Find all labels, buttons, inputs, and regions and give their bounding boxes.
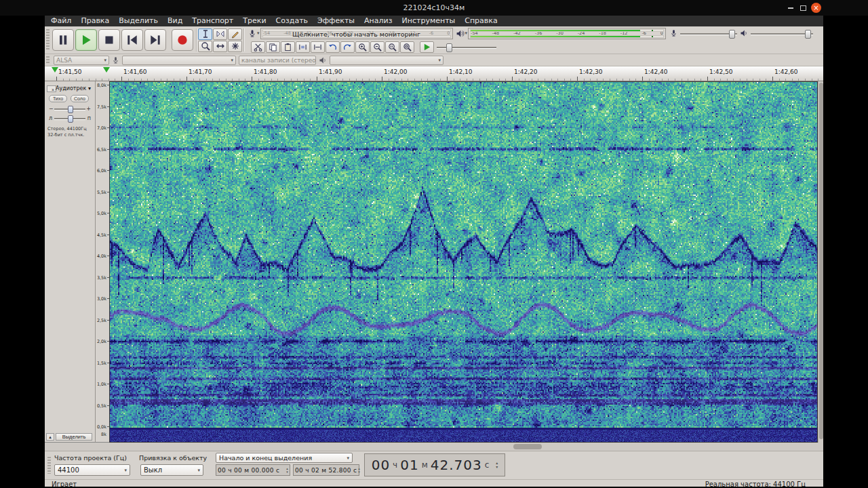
zoom-selection-button[interactable] [385,41,399,53]
skip-end-button[interactable] [144,29,166,51]
horizontal-scrollbar-thumb[interactable] [513,444,542,449]
paste-button[interactable] [281,41,295,53]
maximize-button[interactable] [798,3,808,13]
draw-tool-button[interactable] [228,28,242,40]
close-button[interactable]: × [811,3,821,13]
selection-toolbar-grip[interactable] [47,457,51,474]
draw-tool-icon [231,29,240,39]
speed-slider-thumb[interactable] [446,43,452,52]
playback-device-select[interactable]: ▾ [330,56,443,65]
silence-button[interactable] [311,41,325,53]
cut-button[interactable] [251,41,265,53]
timeline-minor-tick [616,79,617,81]
transport-toolbar-grip[interactable] [46,29,50,51]
pan-slider[interactable]: л п [47,115,92,122]
speed-slider[interactable] [437,43,496,52]
timeline-minor-tick [798,79,799,81]
pan-thumb[interactable] [68,115,73,123]
meter-dropdown-icon[interactable]: ▾ [257,30,260,36]
playback-meter[interactable]: -54-48-42-36-30-24-18-12-60 [468,28,666,39]
playhead-pin-icon[interactable] [103,67,110,73]
monitoring-hint[interactable]: Щёлкните, чтобы начать мониторинг [261,30,452,38]
multi-tool-button[interactable] [228,41,242,52]
meter-dropdown-icon2[interactable]: ▾ [465,30,468,36]
menu-item-Инструменты[interactable]: Инструменты [397,16,460,26]
gain-slider[interactable]: − + [47,105,92,113]
timeline-major-tick [577,77,578,81]
timeline-ruler[interactable]: 1:41,501:41,601:41,701:41,801:41,901:42,… [45,66,823,81]
mute-button[interactable]: Тихо [49,95,67,102]
frequency-ruler[interactable]: 8,0k7,5k7,0k6,5k6,0k5,5k5,0k4,5k4,0k3,5k… [96,81,109,443]
spinner-icon3[interactable]: ▴▾ [494,461,498,469]
play-at-speed-button[interactable] [420,41,434,53]
selection-end-field[interactable]: 00 ч 02 м 52.800 с ▴▾ [293,464,359,476]
zoom-fit-button[interactable] [400,41,414,53]
device-toolbar-grip[interactable] [46,56,50,64]
menu-item-Создать[interactable]: Создать [271,16,313,26]
menu-item-Транспорт[interactable]: Транспорт [187,16,238,26]
zoom-tool-button[interactable] [198,41,212,52]
project-rate-select[interactable]: 44100▾ [54,464,130,476]
timeline-minor-tick [421,79,422,81]
vertical-scrollbar[interactable] [818,81,823,443]
zoom-in-button[interactable] [355,41,370,53]
play-meter-fill-right [471,36,640,37]
trim-button[interactable] [296,41,310,53]
menu-item-Эффекты[interactable]: Эффекты [313,16,359,26]
timeline-label: 1:41,60 [123,68,147,75]
solo-button[interactable]: Соло [71,95,89,102]
vertical-scrollbar-thumb[interactable] [819,83,823,439]
pause-button[interactable] [52,29,74,51]
timeline-minor-tick [408,79,408,81]
spinner-icon[interactable]: ▴▾ [285,467,288,474]
minimize-button[interactable] [785,3,795,13]
slider-thumb[interactable] [729,30,735,39]
menu-item-Правка[interactable]: Правка [76,16,114,26]
timeline-minor-tick [740,79,741,81]
menu-item-Выделить[interactable]: Выделить [114,16,163,26]
timeshift-tool-button[interactable] [213,41,227,52]
play-button[interactable] [75,29,97,51]
timeline-minor-tick [584,79,585,81]
menu-item-Треки[interactable]: Треки [238,16,271,26]
horizontal-scrollbar[interactable] [45,443,823,451]
timeline-minor-tick [102,79,102,81]
audio-host-select[interactable]: ALSA▾ [54,56,109,65]
record-button[interactable] [172,29,193,51]
spectrogram-canvas[interactable] [110,82,817,442]
menu-item-Анализ[interactable]: Анализ [359,16,397,26]
freq-label: 1,0k [97,382,106,387]
menu-item-Справка[interactable]: Справка [460,16,502,26]
copy-button[interactable] [266,41,280,53]
timeline-minor-tick [812,79,812,81]
audio-position-display[interactable]: 00ч 01м 42.703с ▴▾ [364,453,505,476]
stop-button[interactable] [98,29,120,51]
redo-button[interactable] [340,41,355,53]
timeline-major-tick [186,77,187,81]
select-track-button[interactable]: Выделить [56,433,92,441]
spinner-icon2[interactable]: ▴▾ [357,467,360,474]
selection-mode-select[interactable]: Начало и конец выделения▾ [216,453,353,463]
recording-device-select[interactable]: ▾ [122,56,236,65]
collapse-track-button[interactable]: ▴ [46,433,54,441]
zoom-out-button[interactable] [370,41,384,53]
quickplay-pin-icon[interactable] [52,67,58,73]
menu-item-Файл[interactable]: Файл [46,16,76,26]
selection-start-field[interactable]: 00 ч 00 м 00.000 с ▴▾ [216,464,290,476]
slider-thumb2[interactable] [805,30,811,39]
selection-tool-button[interactable] [198,28,212,40]
undo-button[interactable] [326,41,340,53]
record-icon [176,33,189,47]
skip-start-button[interactable] [121,29,143,51]
playback-volume-slider[interactable] [751,29,813,38]
snap-to-select[interactable]: Выкл▾ [140,464,203,476]
recording-channels-select[interactable]: каналы записи (стерео)▾ [239,56,316,65]
recording-meter[interactable]: -54-48-42-36-30-24-18-12-60 Щёлкните, чт… [260,28,453,39]
menu-item-Вид[interactable]: Вид [163,16,187,26]
track-close-button[interactable]: × [47,85,56,92]
playback-status: Играет [52,481,77,487]
recording-volume-slider[interactable] [680,29,737,38]
envelope-tool-button[interactable] [213,28,227,40]
track-title-menu[interactable]: Аудиотрек ▾ [56,85,91,92]
gain-thumb[interactable] [68,106,73,113]
